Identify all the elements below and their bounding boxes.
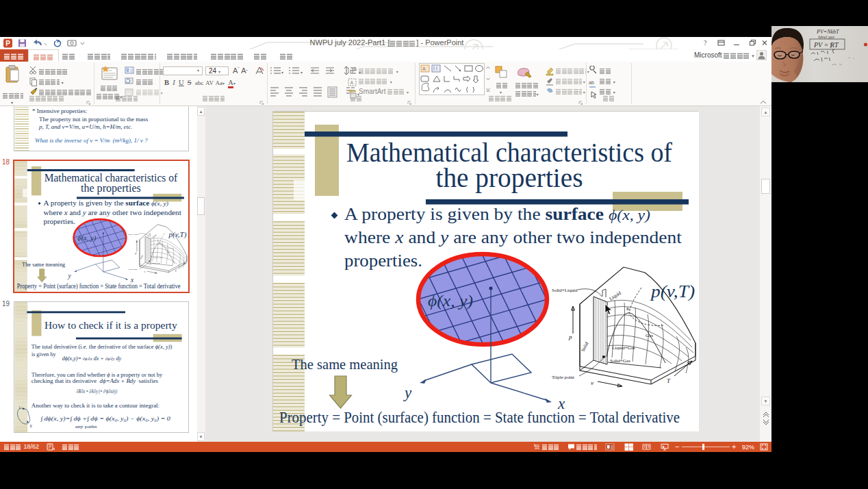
svg-text:P: P [5,40,10,47]
svg-text:A: A [422,66,426,71]
svg-text:Ideal gas: Ideal gas [817,34,834,39]
svg-text:PV = RT: PV = RT [813,41,839,49]
svg-text:?: ? [704,39,707,47]
svg-text:ab: ab [589,80,594,85]
svg-text:▾: ▾ [301,71,303,75]
svg-text:A: A [353,66,357,72]
svg-text:A: A [350,80,354,85]
svg-text:▾: ▾ [281,71,283,75]
